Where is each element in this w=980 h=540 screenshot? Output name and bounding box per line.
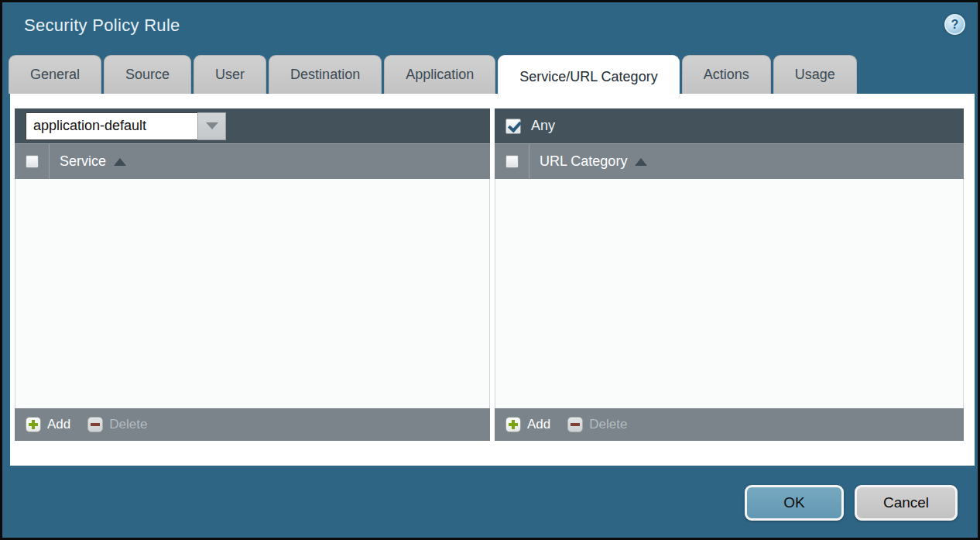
tab-actions[interactable]: Actions bbox=[682, 55, 771, 94]
add-button-label: Add bbox=[47, 417, 70, 432]
service-list-body[interactable] bbox=[15, 179, 490, 408]
security-policy-rule-dialog: Security Policy Rule ? bbox=[0, 0, 980, 540]
select-all-url-categories-checkbox[interactable] bbox=[505, 155, 519, 168]
any-checkbox-label: Any bbox=[531, 118, 555, 134]
service-panel: Service Add Delete bbox=[15, 108, 490, 441]
tab-application[interactable]: Application bbox=[384, 55, 495, 94]
ok-button[interactable]: OK bbox=[745, 485, 844, 521]
select-all-services-checkbox[interactable] bbox=[26, 155, 39, 168]
minus-icon bbox=[87, 417, 103, 432]
service-panel-topbar bbox=[15, 108, 490, 144]
help-icon[interactable]: ? bbox=[944, 14, 965, 35]
chevron-down-icon bbox=[206, 122, 218, 129]
tab-user[interactable]: User bbox=[194, 55, 266, 94]
url-category-column-label: URL Category bbox=[540, 153, 627, 170]
add-button-label: Add bbox=[527, 417, 550, 432]
cancel-button[interactable]: Cancel bbox=[855, 485, 958, 521]
panels-container: Service Add Delete bbox=[15, 108, 964, 441]
sort-ascending-icon bbox=[635, 158, 647, 166]
delete-button-label: Delete bbox=[589, 417, 627, 432]
add-url-category-button[interactable]: Add bbox=[505, 417, 550, 432]
tab-source[interactable]: Source bbox=[104, 55, 191, 94]
url-category-panel: Any URL Category Add bbox=[495, 108, 964, 441]
url-category-panel-footer: Add Delete bbox=[495, 408, 964, 441]
service-type-combobox[interactable] bbox=[26, 112, 226, 140]
add-service-button[interactable]: Add bbox=[26, 417, 70, 432]
plus-icon bbox=[505, 417, 521, 432]
plus-icon bbox=[26, 417, 41, 432]
delete-button-label: Delete bbox=[109, 417, 147, 432]
service-table-header: Service bbox=[15, 144, 490, 179]
service-type-input[interactable] bbox=[26, 112, 197, 140]
service-panel-footer: Add Delete bbox=[15, 408, 490, 441]
tab-general[interactable]: General bbox=[9, 55, 101, 94]
delete-url-category-button: Delete bbox=[567, 417, 627, 432]
dialog-content: Service Add Delete bbox=[10, 94, 975, 466]
url-category-table-header: URL Category bbox=[495, 144, 964, 179]
dialog-title: Security Policy Rule bbox=[24, 15, 180, 36]
sort-ascending-icon bbox=[114, 158, 126, 166]
service-column-header[interactable]: Service bbox=[50, 144, 126, 179]
url-category-column-header[interactable]: URL Category bbox=[529, 144, 647, 179]
tab-destination[interactable]: Destination bbox=[269, 55, 382, 94]
any-checkbox-row: Any bbox=[505, 118, 555, 134]
service-type-dropdown-button[interactable] bbox=[197, 112, 226, 140]
service-column-label: Service bbox=[60, 153, 106, 170]
tab-usage[interactable]: Usage bbox=[773, 55, 857, 94]
tab-bar: General Source User Destination Applicat… bbox=[9, 55, 971, 98]
minus-icon bbox=[567, 417, 583, 432]
any-checkbox[interactable] bbox=[505, 119, 521, 134]
delete-service-button: Delete bbox=[87, 417, 147, 432]
dialog-button-row: OK Cancel bbox=[745, 485, 958, 521]
url-category-list-body[interactable] bbox=[495, 179, 964, 408]
url-category-panel-topbar: Any bbox=[495, 108, 964, 144]
tab-service-url-category[interactable]: Service/URL Category bbox=[498, 55, 679, 98]
